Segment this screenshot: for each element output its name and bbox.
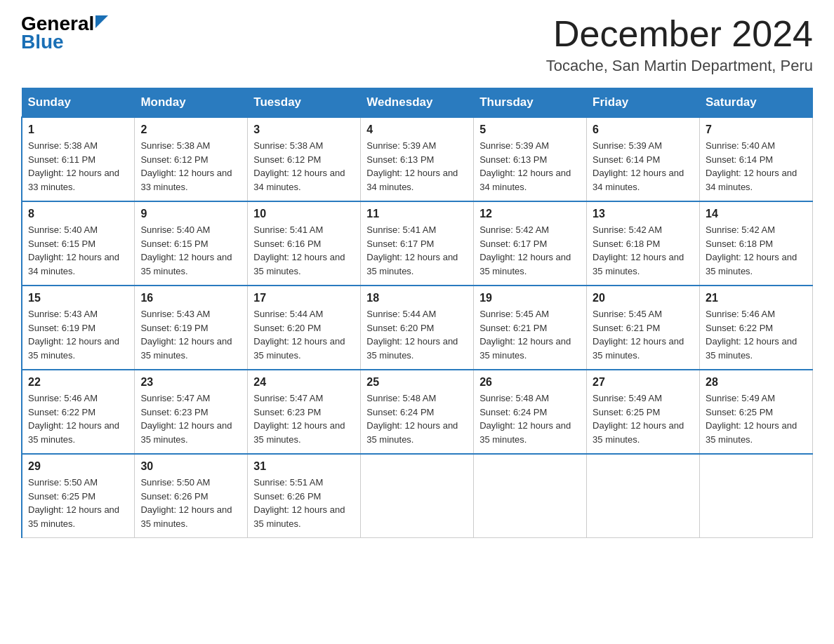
day-number: 14 xyxy=(706,208,807,220)
day-number: 19 xyxy=(479,292,581,304)
calendar-cell: 9 Sunrise: 5:40 AMSunset: 6:15 PMDayligh… xyxy=(135,201,248,286)
calendar-cell: 6 Sunrise: 5:39 AMSunset: 6:14 PMDayligh… xyxy=(587,117,700,201)
day-number: 31 xyxy=(253,460,355,473)
calendar-cell: 22 Sunrise: 5:46 AMSunset: 6:22 PMDaylig… xyxy=(22,370,135,454)
calendar-cell: 17 Sunrise: 5:44 AMSunset: 6:20 PMDaylig… xyxy=(248,286,361,370)
day-number: 9 xyxy=(140,208,241,220)
day-info: Sunrise: 5:48 AMSunset: 6:24 PMDaylight:… xyxy=(479,391,581,446)
header-day-monday: Monday xyxy=(135,88,248,118)
day-info: Sunrise: 5:38 AMSunset: 6:12 PMDaylight:… xyxy=(140,139,241,194)
location-title: Tocache, San Martin Department, Peru xyxy=(546,57,813,75)
day-info: Sunrise: 5:49 AMSunset: 6:25 PMDaylight:… xyxy=(593,391,694,446)
day-number: 16 xyxy=(140,292,241,304)
title-block: December 2024 Tocache, San Martin Depart… xyxy=(546,14,813,75)
calendar-cell: 29 Sunrise: 5:50 AMSunset: 6:25 PMDaylig… xyxy=(22,454,135,538)
day-info: Sunrise: 5:46 AMSunset: 6:22 PMDaylight:… xyxy=(28,391,128,446)
calendar-cell: 25 Sunrise: 5:48 AMSunset: 6:24 PMDaylig… xyxy=(361,370,474,454)
calendar-cell: 28 Sunrise: 5:49 AMSunset: 6:25 PMDaylig… xyxy=(700,370,813,454)
day-number: 7 xyxy=(706,123,807,136)
calendar-cell: 2 Sunrise: 5:38 AMSunset: 6:12 PMDayligh… xyxy=(135,117,248,201)
calendar-cell: 4 Sunrise: 5:39 AMSunset: 6:13 PMDayligh… xyxy=(361,117,474,201)
calendar-cell: 24 Sunrise: 5:47 AMSunset: 6:23 PMDaylig… xyxy=(248,370,361,454)
day-number: 18 xyxy=(366,292,468,304)
day-number: 6 xyxy=(593,123,694,136)
day-number: 25 xyxy=(366,376,468,389)
day-info: Sunrise: 5:45 AMSunset: 6:21 PMDaylight:… xyxy=(479,307,581,362)
calendar-cell: 15 Sunrise: 5:43 AMSunset: 6:19 PMDaylig… xyxy=(22,286,135,370)
day-number: 5 xyxy=(479,123,581,136)
day-info: Sunrise: 5:48 AMSunset: 6:24 PMDaylight:… xyxy=(366,391,468,446)
header-row: SundayMondayTuesdayWednesdayThursdayFrid… xyxy=(22,88,813,118)
day-info: Sunrise: 5:44 AMSunset: 6:20 PMDaylight:… xyxy=(366,307,468,362)
logo: General Blue xyxy=(21,14,108,53)
day-info: Sunrise: 5:42 AMSunset: 6:18 PMDaylight:… xyxy=(593,223,694,278)
day-number: 17 xyxy=(253,292,355,304)
day-number: 10 xyxy=(253,208,355,220)
day-number: 28 xyxy=(706,376,807,389)
calendar-cell xyxy=(474,454,587,538)
calendar-cell xyxy=(361,454,474,538)
day-number: 3 xyxy=(253,123,355,136)
day-info: Sunrise: 5:39 AMSunset: 6:13 PMDaylight:… xyxy=(479,139,581,194)
calendar-cell: 1 Sunrise: 5:38 AMSunset: 6:11 PMDayligh… xyxy=(22,117,135,201)
day-number: 30 xyxy=(140,460,241,473)
day-info: Sunrise: 5:47 AMSunset: 6:23 PMDaylight:… xyxy=(253,391,355,446)
day-number: 24 xyxy=(253,376,355,389)
day-number: 13 xyxy=(593,208,694,220)
day-info: Sunrise: 5:38 AMSunset: 6:11 PMDaylight:… xyxy=(28,139,128,194)
calendar-cell: 21 Sunrise: 5:46 AMSunset: 6:22 PMDaylig… xyxy=(700,286,813,370)
day-info: Sunrise: 5:39 AMSunset: 6:14 PMDaylight:… xyxy=(593,139,694,194)
header-day-wednesday: Wednesday xyxy=(361,88,474,118)
day-info: Sunrise: 5:42 AMSunset: 6:18 PMDaylight:… xyxy=(706,223,807,278)
week-row-5: 29 Sunrise: 5:50 AMSunset: 6:25 PMDaylig… xyxy=(22,454,813,538)
day-info: Sunrise: 5:40 AMSunset: 6:15 PMDaylight:… xyxy=(140,223,241,278)
calendar-cell: 16 Sunrise: 5:43 AMSunset: 6:19 PMDaylig… xyxy=(135,286,248,370)
day-number: 4 xyxy=(366,123,468,136)
day-info: Sunrise: 5:50 AMSunset: 6:25 PMDaylight:… xyxy=(28,476,128,530)
day-number: 23 xyxy=(140,376,241,389)
day-number: 21 xyxy=(706,292,807,304)
day-info: Sunrise: 5:49 AMSunset: 6:25 PMDaylight:… xyxy=(706,391,807,446)
day-info: Sunrise: 5:41 AMSunset: 6:16 PMDaylight:… xyxy=(253,223,355,278)
calendar-cell: 10 Sunrise: 5:41 AMSunset: 6:16 PMDaylig… xyxy=(248,201,361,286)
day-number: 20 xyxy=(593,292,694,304)
header-day-friday: Friday xyxy=(587,88,700,118)
day-number: 15 xyxy=(28,292,128,304)
header-day-sunday: Sunday xyxy=(22,88,135,118)
header-day-thursday: Thursday xyxy=(474,88,587,118)
day-info: Sunrise: 5:41 AMSunset: 6:17 PMDaylight:… xyxy=(366,223,468,278)
month-title: December 2024 xyxy=(546,14,813,54)
logo-blue-text: Blue xyxy=(21,31,64,53)
calendar-cell: 11 Sunrise: 5:41 AMSunset: 6:17 PMDaylig… xyxy=(361,201,474,286)
calendar-cell: 20 Sunrise: 5:45 AMSunset: 6:21 PMDaylig… xyxy=(587,286,700,370)
day-info: Sunrise: 5:39 AMSunset: 6:13 PMDaylight:… xyxy=(366,139,468,194)
calendar-cell: 18 Sunrise: 5:44 AMSunset: 6:20 PMDaylig… xyxy=(361,286,474,370)
day-info: Sunrise: 5:47 AMSunset: 6:23 PMDaylight:… xyxy=(140,391,241,446)
calendar-cell: 31 Sunrise: 5:51 AMSunset: 6:26 PMDaylig… xyxy=(248,454,361,538)
page-header: General Blue December 2024 Tocache, San … xyxy=(21,14,813,75)
day-info: Sunrise: 5:42 AMSunset: 6:17 PMDaylight:… xyxy=(479,223,581,278)
day-number: 11 xyxy=(366,208,468,220)
calendar-cell: 30 Sunrise: 5:50 AMSunset: 6:26 PMDaylig… xyxy=(135,454,248,538)
calendar-cell: 8 Sunrise: 5:40 AMSunset: 6:15 PMDayligh… xyxy=(22,201,135,286)
day-info: Sunrise: 5:44 AMSunset: 6:20 PMDaylight:… xyxy=(253,307,355,362)
day-info: Sunrise: 5:40 AMSunset: 6:15 PMDaylight:… xyxy=(28,223,128,278)
day-number: 26 xyxy=(479,376,581,389)
day-info: Sunrise: 5:43 AMSunset: 6:19 PMDaylight:… xyxy=(28,307,128,362)
day-number: 12 xyxy=(479,208,581,220)
calendar-cell: 5 Sunrise: 5:39 AMSunset: 6:13 PMDayligh… xyxy=(474,117,587,201)
calendar-cell: 12 Sunrise: 5:42 AMSunset: 6:17 PMDaylig… xyxy=(474,201,587,286)
day-info: Sunrise: 5:40 AMSunset: 6:14 PMDaylight:… xyxy=(706,139,807,194)
day-number: 2 xyxy=(140,123,241,136)
day-info: Sunrise: 5:38 AMSunset: 6:12 PMDaylight:… xyxy=(253,139,355,194)
calendar-cell: 7 Sunrise: 5:40 AMSunset: 6:14 PMDayligh… xyxy=(700,117,813,201)
header-day-tuesday: Tuesday xyxy=(248,88,361,118)
logo-arrow-icon xyxy=(95,15,108,28)
calendar-cell: 27 Sunrise: 5:49 AMSunset: 6:25 PMDaylig… xyxy=(587,370,700,454)
calendar-cell: 19 Sunrise: 5:45 AMSunset: 6:21 PMDaylig… xyxy=(474,286,587,370)
calendar-cell xyxy=(700,454,813,538)
day-number: 8 xyxy=(28,208,128,220)
week-row-2: 8 Sunrise: 5:40 AMSunset: 6:15 PMDayligh… xyxy=(22,201,813,286)
day-info: Sunrise: 5:51 AMSunset: 6:26 PMDaylight:… xyxy=(253,476,355,530)
calendar-cell xyxy=(587,454,700,538)
